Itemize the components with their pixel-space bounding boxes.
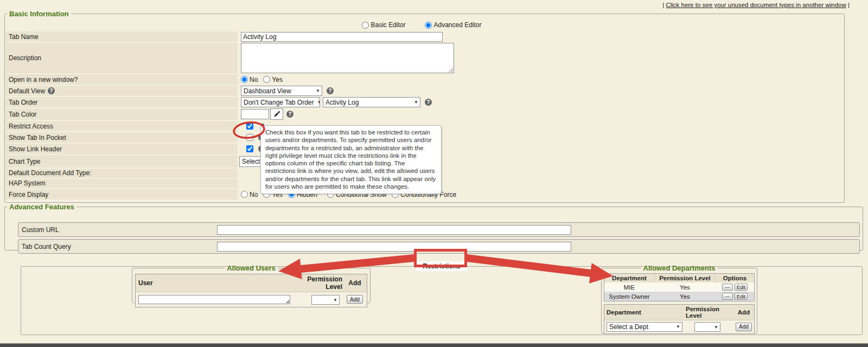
departments-header-row: Department Permission Level Options <box>604 274 754 282</box>
remove-dept-button[interactable]: — <box>722 293 733 300</box>
open-new-window-no-label: No <box>250 76 258 83</box>
add-department-table: Department Permission Level Add Select a… <box>604 304 755 334</box>
tab-order-row: Tab Order Don't Change Tab Order Activit… <box>5 97 844 107</box>
dept-col-options: Options <box>715 274 754 282</box>
remove-dept-button[interactable]: — <box>722 284 733 291</box>
basic-editor-label: Basic Editor <box>371 21 405 29</box>
pipe-left: | <box>662 2 664 8</box>
basic-editor-radio[interactable] <box>362 22 369 29</box>
basic-information-legend: Basic Information <box>7 10 71 18</box>
dept-name: System Owner <box>604 293 654 300</box>
dept-name: MIE <box>604 284 654 291</box>
tab-count-query-row: Tab Count Query <box>18 239 860 254</box>
table-row: System Owner Yes — Edit <box>604 292 754 301</box>
description-row: Description <box>5 43 844 73</box>
description-textarea[interactable] <box>241 43 454 73</box>
tab-color-label: Tab Color <box>5 108 238 120</box>
header-link-bar: | Click here to see your unused document… <box>662 2 850 8</box>
restrict-access-label: Restrict Access <box>5 121 238 131</box>
tab-order-help-icon[interactable]: ? <box>425 99 432 106</box>
dept-permission: Yes <box>654 292 715 301</box>
tab-name-label: Tab Name <box>5 31 238 42</box>
force-display-no-radio[interactable] <box>241 191 248 198</box>
allowed-departments-table: Department Permission Level Options MIE … <box>604 273 755 301</box>
allowed-departments-section: Allowed Departments Department Permissio… <box>601 264 757 333</box>
allowed-users-input-row: Add <box>136 292 367 307</box>
add-col-permission: Permission Level <box>686 306 736 319</box>
users-col-permission: Permission Level <box>290 275 346 291</box>
tab-order-tab-select[interactable]: Activity Log <box>323 97 420 107</box>
tab-color-help-icon[interactable]: ? <box>286 111 293 118</box>
show-tab-pocket-label: Show Tab In Pocket <box>5 132 238 143</box>
tab-order-mode-select[interactable]: Don't Change Tab Order <box>241 97 320 107</box>
pipe-right: | <box>848 2 850 8</box>
allowed-departments-legend: Allowed Departments <box>641 264 718 272</box>
custom-url-label: Custom URL <box>22 226 59 234</box>
editor-mode-row: Basic Editor Advanced Editor <box>5 20 844 30</box>
unused-doc-types-link[interactable]: Click here to see your unused document t… <box>666 2 846 8</box>
show-link-header-label: Show Link Header <box>5 144 238 154</box>
restrict-access-tooltip: Check this box if you want this tab to b… <box>260 125 442 194</box>
tab-color-input[interactable] <box>241 109 269 119</box>
default-view-help-icon-2[interactable]: ? <box>327 87 334 94</box>
select-dept-dropdown[interactable]: Select a Dept <box>607 322 682 332</box>
restrictions-legend: Restrictions <box>416 261 467 271</box>
advanced-features-legend: Advanced Features <box>7 203 76 211</box>
custom-url-input[interactable] <box>217 225 571 235</box>
open-new-window-no-radio[interactable] <box>241 76 248 83</box>
tab-color-row: Tab Color ? <box>5 108 844 120</box>
allowed-users-header-row: User Permission Level Add <box>136 274 367 292</box>
default-view-help-icon[interactable]: ? <box>48 87 55 94</box>
table-row: MIE Yes — Edit <box>604 282 754 292</box>
force-display-no-label: No <box>250 191 258 198</box>
user-permission-select[interactable] <box>311 295 340 305</box>
open-new-window-yes-radio[interactable] <box>263 76 270 83</box>
edit-dept-button[interactable]: Edit <box>735 293 748 300</box>
dept-permission-select[interactable] <box>694 322 720 332</box>
custom-url-row: Custom URL <box>18 222 860 237</box>
show-tab-pocket-checkbox[interactable] <box>246 134 253 141</box>
allowed-user-input[interactable] <box>138 295 290 304</box>
edit-dept-button[interactable]: Edit <box>735 284 748 291</box>
dept-permission: Yes <box>654 282 715 292</box>
tab-color-picker-button[interactable] <box>270 108 283 120</box>
chart-type-label: Chart Type <box>5 155 238 168</box>
tab-count-query-label: Tab Count Query <box>22 243 71 250</box>
show-link-header-checkbox[interactable] <box>246 145 253 152</box>
default-view-select[interactable]: Dashboard View <box>241 86 322 96</box>
allowed-users-table: User Permission Level Add Add <box>135 274 367 307</box>
add-col-add: Add <box>736 309 752 316</box>
default-view-label: Default View <box>9 87 45 95</box>
open-new-window-label: Open in a new window? <box>5 74 238 85</box>
force-display-label: Force Display <box>5 189 238 200</box>
add-department-input-row: Select a Dept Add <box>604 320 754 333</box>
tab-name-row: Tab Name <box>5 31 844 42</box>
advanced-editor-radio[interactable] <box>425 22 432 29</box>
tab-name-input[interactable] <box>241 32 443 42</box>
advanced-editor-label: Advanced Editor <box>433 21 481 29</box>
allowed-users-section: Allowed Users User Permission Level Add … <box>132 264 371 303</box>
open-new-window-yes-label: Yes <box>272 76 283 83</box>
description-label: Description <box>5 43 238 73</box>
tab-order-label: Tab Order <box>5 97 238 107</box>
add-user-button[interactable]: Add <box>347 295 363 304</box>
add-dept-button[interactable]: Add <box>736 323 752 331</box>
tab-count-query-input[interactable] <box>217 242 571 252</box>
add-col-department: Department <box>607 309 686 316</box>
allowed-users-legend: Allowed Users <box>225 264 278 272</box>
open-new-window-row: Open in a new window? No Yes <box>5 74 844 85</box>
default-doc-add-type-label: Default Document Add Type: <box>5 169 238 178</box>
eyedropper-icon <box>273 111 280 118</box>
users-col-add: Add <box>346 279 364 287</box>
users-col-user: User <box>138 279 290 287</box>
advanced-features-section: Advanced Features Custom URL Tab Count Q… <box>4 203 863 250</box>
hap-system-label: HAP System <box>5 179 238 188</box>
restrict-access-checkbox[interactable] <box>246 123 253 130</box>
window-bottom-edge <box>0 343 868 347</box>
add-department-header-row: Department Permission Level Add <box>604 305 754 320</box>
default-view-row: Default View ? Dashboard View ? <box>5 86 844 96</box>
dept-col-permission: Permission Level <box>654 274 715 282</box>
dept-col-department: Department <box>604 275 654 281</box>
